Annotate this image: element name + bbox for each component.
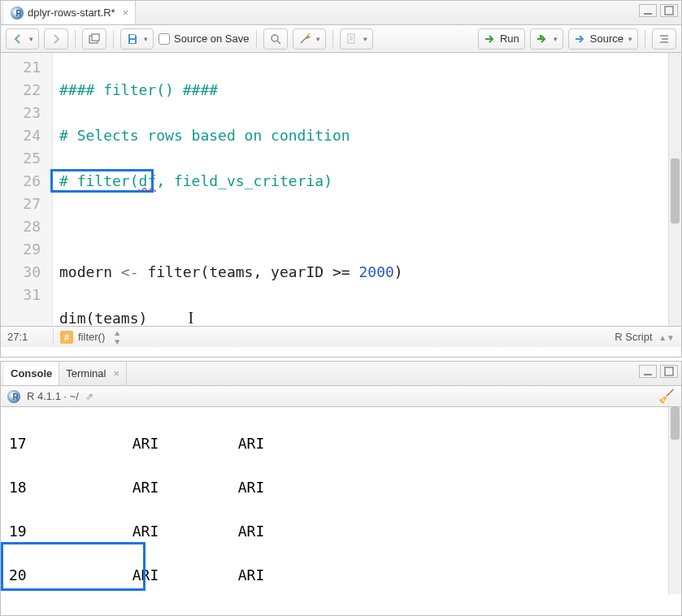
console-output[interactable]: 17 ARI ARI 18 ARI ARI 19 ARI ARI 20 ARI … — [1, 407, 681, 594]
svg-point-8 — [307, 35, 309, 37]
source-on-save-label: Source on Save — [174, 33, 250, 45]
source-status-bar: 27:1 # filter() ▲▼ R Script ▲▼ — [1, 326, 681, 347]
r-logo-icon — [7, 390, 20, 403]
svg-rect-0 — [644, 13, 652, 15]
source-button[interactable]: Source ▾ — [568, 28, 638, 50]
terminal-tab[interactable]: Terminal × — [59, 362, 127, 385]
console-tab[interactable]: Console — [4, 362, 59, 385]
run-button[interactable]: Run — [478, 28, 525, 50]
pane-window-controls — [639, 4, 678, 17]
find-button[interactable] — [263, 28, 288, 50]
editor-scrollbar[interactable] — [668, 53, 681, 326]
svg-rect-18 — [644, 374, 652, 375]
code-text: df — [139, 172, 157, 189]
text-cursor-icon: I — [188, 309, 193, 326]
back-button[interactable]: ▾ — [6, 28, 39, 50]
rerun-button[interactable]: ▾ — [530, 28, 563, 50]
clear-console-icon[interactable]: 🧹 — [658, 388, 675, 404]
show-in-new-window-button[interactable] — [82, 28, 106, 50]
terminal-tab-label: Terminal — [66, 367, 106, 380]
updown-icon: ▲▼ — [113, 328, 121, 346]
code-tools-button[interactable]: ▾ — [293, 28, 326, 50]
forward-button[interactable] — [44, 28, 68, 50]
code-text: #### filter() #### — [59, 81, 218, 98]
svg-rect-5 — [130, 40, 135, 43]
source-tab-bar: dplyr-rows-start.R* × — [1, 1, 681, 25]
svg-point-6 — [271, 35, 278, 41]
console-pane: Console Terminal × R 4.1.1 · ~/ ⇗ 🧹 17 A… — [0, 361, 682, 616]
code-text: , field_vs_criteria) — [156, 172, 332, 189]
console-header: R 4.1.1 · ~/ ⇗ 🧹 — [1, 386, 681, 407]
console-line: 19 ARI ARI — [9, 520, 673, 542]
cursor-position: 27:1 — [7, 331, 53, 343]
hash-icon: # — [60, 331, 73, 344]
close-icon[interactable]: × — [123, 7, 129, 19]
code-text: # Selects rows based on condition — [59, 127, 350, 144]
r-env-label: R 4.1.1 · ~/ — [27, 390, 79, 402]
updown-icon: ▲▼ — [658, 333, 675, 342]
language-selector[interactable]: R Script ▲▼ — [615, 331, 675, 343]
maximize-pane-button[interactable] — [660, 365, 678, 378]
outline-button[interactable] — [652, 28, 676, 50]
code-text: # filter( — [59, 172, 139, 189]
line-gutter: 21 22 23 24 25 26 27 28 29 30 31 — [1, 53, 53, 326]
svg-rect-19 — [665, 367, 673, 375]
minimize-pane-button[interactable] — [639, 365, 657, 378]
tab-title: dplyr-rows-start.R* — [28, 7, 115, 19]
console-line: 17 ARI ARI — [9, 432, 673, 454]
svg-rect-4 — [130, 35, 135, 38]
console-tab-bar: Console Terminal × — [1, 362, 681, 386]
pane-window-controls — [639, 365, 678, 378]
code-text: 2000 — [358, 263, 393, 280]
code-text: filter(teams, yearID >= — [147, 263, 358, 280]
source-toolbar: ▾ ▾ Source on Save ▾ ▾ Run ▾ Source ▾ — [1, 25, 681, 53]
section-label: filter() — [78, 331, 105, 343]
maximize-pane-button[interactable] — [660, 4, 678, 17]
console-line: 18 ARI ARI — [9, 476, 673, 498]
source-pane: dplyr-rows-start.R* × ▾ ▾ Source on Save… — [0, 0, 682, 358]
checkbox-icon — [159, 33, 170, 45]
code-text: modern — [59, 263, 112, 280]
scrollbar-thumb[interactable] — [671, 407, 680, 440]
console-tab-label: Console — [11, 367, 52, 380]
save-button[interactable]: ▾ — [120, 28, 154, 50]
run-arrow-icon — [484, 33, 497, 46]
section-navigator[interactable]: # filter() ▲▼ — [53, 328, 121, 346]
code-editor[interactable]: 21 22 23 24 25 26 27 28 29 30 31 #### fi… — [1, 53, 681, 326]
close-icon[interactable]: × — [113, 367, 119, 380]
source-file-tab[interactable]: dplyr-rows-start.R* × — [4, 1, 136, 24]
svg-rect-3 — [92, 34, 99, 41]
minimize-pane-button[interactable] — [639, 4, 657, 17]
run-label: Run — [500, 33, 519, 45]
console-scrollbar[interactable] — [668, 407, 681, 594]
code-text: ) — [394, 263, 403, 280]
code-text: <- — [112, 263, 147, 280]
code-text: dim(teams) — [59, 310, 147, 326]
source-arrow-icon — [574, 33, 587, 46]
code-area[interactable]: #### filter() #### # Selects rows based … — [53, 53, 681, 326]
console-line: 20 ARI ARI — [9, 564, 673, 586]
svg-point-9 — [309, 37, 311, 38]
svg-line-7 — [277, 41, 280, 44]
svg-point-10 — [308, 33, 310, 35]
compile-report-button[interactable]: ▾ — [340, 28, 373, 50]
r-file-icon — [11, 7, 24, 20]
scrollbar-thumb[interactable] — [671, 158, 680, 223]
source-label: Source — [590, 33, 623, 45]
source-on-save-checkbox[interactable]: Source on Save — [159, 33, 250, 45]
popout-icon[interactable]: ⇗ — [85, 391, 93, 402]
svg-rect-1 — [665, 7, 673, 15]
